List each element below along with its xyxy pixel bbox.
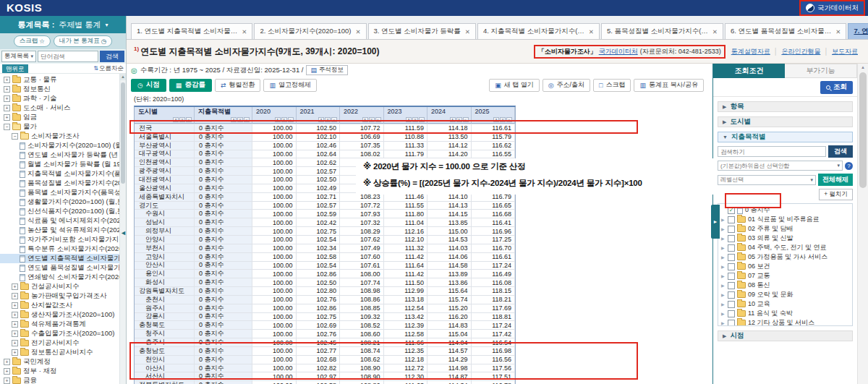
category-checkbox[interactable] [728, 291, 735, 299]
tree-folder[interactable]: +수출입물가조사(2020=100) [0, 329, 126, 338]
sidebar-search-button[interactable]: 검색 [100, 51, 124, 62]
tree-expander-icon[interactable]: ▶ [721, 311, 726, 316]
tree-folder[interactable]: +석유제품가격통계 [0, 320, 126, 329]
sort-icon[interactable]: − [419, 117, 425, 122]
toolbar-button[interactable]: ▥통계표 복사/공유 [634, 79, 704, 92]
close-icon[interactable]: ✕ [242, 28, 247, 35]
category-checkbox[interactable] [728, 263, 735, 270]
tree-folder[interactable]: +농가판매및구입가격조사 [0, 291, 126, 301]
category-list-item[interactable]: ✓0 총지수 [718, 205, 852, 215]
toolbar-button[interactable]: ▣새 탭 열기 [489, 79, 540, 92]
scroll-top-button[interactable]: 맨위로 [2, 64, 28, 73]
tree-leaf[interactable]: 생활물가지수(2020=100) (월,분기 [0, 197, 126, 207]
close-icon[interactable]: ✕ [835, 28, 841, 35]
toolbar-button[interactable]: ▦증감률 [169, 79, 212, 92]
tree-folder[interactable]: +임금 [0, 113, 126, 122]
tree-folder[interactable]: −물가 [0, 122, 126, 132]
accordion-city[interactable]: ▶도시별 [718, 116, 853, 127]
sort-icon[interactable]: ∧ [493, 117, 499, 122]
keyword-search-input[interactable] [38, 51, 98, 62]
tree-expander-icon[interactable]: ▶ [721, 217, 726, 222]
tree-folder[interactable]: +전기공사비지수 [0, 338, 126, 348]
sort-icon[interactable]: ∨ [325, 117, 331, 122]
accordion-time[interactable]: ▶시점 [718, 330, 853, 341]
sort-icon[interactable]: − [244, 117, 250, 122]
table-tab[interactable]: 4. 지출목적별 소비자물가지수(…✕ [477, 23, 600, 39]
time-button[interactable]: ◷시점 [131, 79, 166, 92]
tree-expander-icon[interactable]: ▶ [721, 273, 726, 278]
category-list-item[interactable]: ▶10 교육 [718, 299, 852, 309]
sort-icon[interactable]: ∨ [369, 117, 375, 122]
toolbar-button[interactable]: ◎주소/출처 [542, 79, 590, 92]
tree-expander-icon[interactable]: + [4, 114, 10, 121]
sort-icon[interactable]: ∨ [179, 117, 185, 122]
tree-expander-icon[interactable]: + [12, 283, 18, 290]
tree-leaf[interactable]: 농산물 및 석유류제외지수(2020=1 [0, 226, 126, 235]
tree-expander-icon[interactable]: + [12, 321, 18, 328]
toolbar-button[interactable]: □스크랩 [593, 79, 631, 92]
sort-icon[interactable]: ∧ [406, 117, 412, 122]
sort-ascending-button[interactable]: ⇅오름차순 [93, 64, 124, 73]
category-checkbox[interactable] [728, 226, 735, 233]
category-checkbox[interactable] [728, 254, 735, 261]
category-checkbox[interactable] [728, 244, 735, 252]
tree-leaf[interactable]: 신선식품지수(2020=100) (월,분기 [0, 207, 126, 216]
tree-expander-icon[interactable]: + [12, 349, 18, 356]
tree-leaf[interactable]: 품목별 소비자물가지수(품목성질별 [0, 188, 126, 197]
sort-icon[interactable]: ∧ [173, 117, 179, 122]
annotation-info-button[interactable]: ▤주석정보 [306, 65, 348, 75]
level-select[interactable]: 레벨선택▾ [718, 175, 816, 185]
tree-folder[interactable]: +건설공사비지수 [0, 282, 126, 291]
accordion-item[interactable]: ▶항목 [718, 101, 853, 112]
category-checkbox[interactable] [728, 273, 735, 280]
category-checkbox[interactable] [728, 235, 735, 242]
tree-folder[interactable]: −소비자물가조사 [0, 132, 126, 141]
tree-expander-icon[interactable]: + [12, 302, 18, 309]
tree-leaf[interactable]: 식료품 및 에너지제외지수(2020=1 [0, 216, 126, 226]
category-list-item[interactable]: ▶02 주류 및 담배 [718, 224, 852, 234]
tree-expander-icon[interactable]: + [4, 377, 10, 384]
sort-icon[interactable]: − [331, 117, 337, 122]
tree-folder[interactable]: +산지쌀값조사 [0, 301, 126, 310]
tree-folder[interactable]: +생산자물가조사(2020=100) [0, 310, 126, 320]
tree-folder[interactable]: +정보통신공사비지수 [0, 348, 126, 357]
table-tab[interactable]: 3. 연도별 소비자물가 등락률✕ [368, 23, 476, 39]
sort-icon[interactable]: − [288, 117, 294, 122]
sort-icon[interactable]: ∧ [231, 117, 237, 122]
category-checkbox[interactable] [728, 216, 735, 223]
purpose-search-input[interactable] [718, 146, 826, 157]
tree-leaf[interactable]: 소비자물가지수(2020=100) (월,분 [0, 141, 126, 150]
tree-expander-icon[interactable]: ▶ [721, 255, 726, 260]
sort-icon[interactable]: ∧ [362, 117, 368, 122]
tree-expander-icon[interactable]: + [4, 105, 10, 111]
tree-expander-icon[interactable]: + [12, 312, 18, 318]
category-list-item[interactable]: ▶04 주택, 수도, 전기 및 연료 [718, 243, 852, 252]
sort-icon[interactable]: ∧ [450, 117, 456, 122]
sort-icon[interactable]: − [463, 117, 469, 122]
tree-folder[interactable]: +정부 · 재정 [0, 367, 126, 376]
scroll-up-icon[interactable]: ▲ [120, 74, 126, 80]
stat-list-menubar[interactable]: 통계목록 : 주제별 통계 ▾ [0, 16, 126, 33]
category-list-item[interactable]: ▶12 기타 상품 및 서비스 [718, 318, 852, 326]
tree-leaf[interactable]: 월별 소비자물가 등락률 (월 1965. [0, 160, 126, 169]
table-tab[interactable]: 5. 품목성질별 소비자물가지수(…✕ [601, 23, 723, 39]
table-tab[interactable]: 1. 연도별 지출목적별 소비자물…✕ [131, 23, 252, 39]
panel-collapse-handle[interactable]: ► [711, 205, 720, 239]
sort-icon[interactable]: − [375, 117, 381, 122]
tree-expander-icon[interactable]: + [12, 340, 18, 346]
sort-icon[interactable]: ∧ [318, 117, 324, 122]
kosis-logo[interactable]: KOSIS [7, 1, 42, 14]
tree-expander-icon[interactable]: − [12, 133, 18, 140]
tree-expander-icon[interactable]: ▶ [721, 292, 726, 297]
category-list-item[interactable]: ▶09 오락 및 문화 [718, 290, 852, 299]
tab-query-condition[interactable]: 조회조건 [713, 64, 785, 78]
close-icon[interactable]: ✕ [589, 28, 594, 35]
query-button[interactable]: 조회 [820, 81, 853, 94]
tree-expander-icon[interactable]: ▶ [721, 264, 726, 269]
tree-expander-icon[interactable]: ▶ [721, 302, 726, 307]
sort-icon[interactable]: ∨ [456, 117, 462, 122]
tree-expander-icon[interactable]: + [4, 77, 10, 83]
tree-leaf[interactable]: 연쇄방식 소비자물가지수(2020=1 [0, 273, 126, 282]
sort-icon[interactable]: ∨ [237, 117, 243, 122]
tree-leaf[interactable]: 연도별 품목성질별 소비자물가지수 [0, 263, 126, 273]
